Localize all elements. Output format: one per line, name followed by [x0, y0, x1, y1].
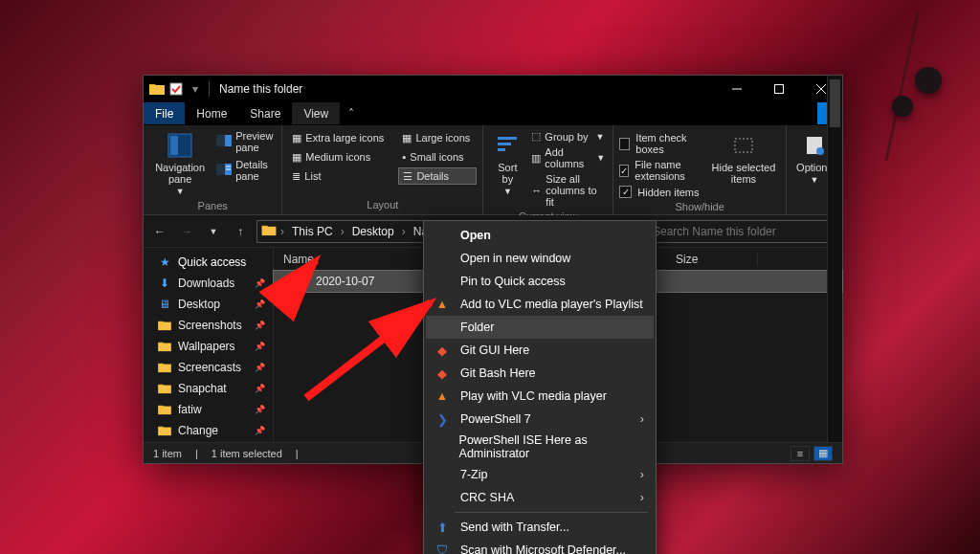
size-all-columns-button[interactable]: ↔Size all columns to fit — [529, 172, 607, 209]
chevron-right-icon[interactable]: › — [339, 225, 346, 238]
chevron-right-icon[interactable]: › — [278, 225, 286, 238]
ribbon-group-layout: ▦Extra large icons ▦Large icons ▦Medium … — [282, 125, 483, 214]
ctx-folder[interactable]: ·Folder — [426, 316, 654, 339]
add-columns-button[interactable]: ▥Add columns▼ — [529, 145, 607, 170]
ctx-open[interactable]: ·Open — [426, 224, 654, 247]
checkbox-icon: ✓ — [619, 186, 632, 198]
svg-rect-15 — [498, 148, 505, 151]
sort-by-button[interactable]: Sort by ▼ — [489, 129, 525, 209]
nav-sidebar: ★ Quick access ⬇Downloads📌 🖥Desktop📌 Scr… — [144, 248, 274, 442]
navigation-pane-button[interactable]: Navigation pane ▼ — [149, 129, 211, 198]
bg-stem — [884, 11, 919, 161]
chevron-down-icon: ▼ — [176, 187, 185, 196]
minimize-button[interactable] — [716, 76, 758, 102]
ctx-git-gui[interactable]: ◆Git GUI Here — [426, 339, 654, 362]
tab-view[interactable]: View — [292, 102, 340, 124]
ctx-vlc-playlist[interactable]: ▲Add to VLC media player's Playlist — [426, 293, 654, 316]
scrollbar-thumb[interactable] — [830, 79, 840, 127]
ctx-play-vlc[interactable]: ▲Play with VLC media player — [426, 385, 654, 408]
status-selected-count: 1 item selected — [212, 448, 282, 459]
folder-icon — [261, 224, 277, 239]
forward-button[interactable]: → — [176, 221, 197, 242]
checkbox-icon — [168, 81, 184, 97]
sidebar-item-screencasts[interactable]: Screencasts📌 — [144, 357, 273, 378]
sidebar-item-desktop[interactable]: 🖥Desktop📌 — [144, 294, 273, 315]
ctx-crc-sha[interactable]: ·CRC SHA› — [426, 486, 654, 509]
svg-point-18 — [816, 147, 824, 155]
chevron-right-icon: › — [640, 412, 644, 426]
vlc-icon: ▲ — [434, 296, 451, 313]
file-ext-toggle[interactable]: ✓File name extensions — [619, 158, 702, 183]
sidebar-item-downloads[interactable]: ⬇Downloads📌 — [144, 273, 273, 294]
layout-medium[interactable]: ▦Medium icons — [288, 148, 390, 166]
layout-icon: ▦ — [292, 132, 301, 144]
layout-large[interactable]: ▦Large icons — [398, 129, 477, 146]
svg-rect-0 — [170, 83, 182, 95]
pin-icon: 📌 — [255, 342, 265, 351]
ctx-scan-defender[interactable]: 🛡Scan with Microsoft Defender... — [426, 539, 654, 554]
collapse-ribbon-button[interactable]: ˄ — [340, 102, 363, 124]
ctx-powershell-ise[interactable]: ·PowerShell ISE Here as Administrator — [426, 431, 654, 463]
pin-icon: 📌 — [255, 426, 265, 435]
ctx-send-transfer[interactable]: ⬆Send with Transfer... — [426, 516, 654, 539]
pin-icon: 📌 — [255, 278, 265, 288]
layout-small[interactable]: ▪Small icons — [398, 148, 477, 166]
folder-icon — [293, 274, 308, 289]
view-details-button[interactable]: ≡ — [791, 446, 810, 461]
chevron-right-icon[interactable]: › — [400, 225, 408, 238]
details-pane-button[interactable]: Details pane — [214, 158, 276, 183]
svg-rect-16 — [735, 139, 752, 152]
ctx-7zip[interactable]: ·7-Zip› — [426, 463, 654, 486]
tab-share[interactable]: Share — [238, 102, 292, 124]
dropdown-icon[interactable]: ▾ — [188, 81, 203, 97]
quick-access-header[interactable]: ★ Quick access — [144, 252, 273, 273]
status-item-count: 1 item — [153, 448, 182, 459]
sidebar-item-wallpapers[interactable]: Wallpapers📌 — [144, 336, 273, 357]
search-input[interactable] — [653, 225, 830, 238]
ctx-open-new-window[interactable]: ·Open in new window — [426, 247, 654, 270]
recent-locations-button[interactable]: ▼ — [203, 221, 224, 242]
sidebar-item-change[interactable]: Change📌 — [144, 420, 273, 441]
back-button[interactable]: ← — [149, 221, 170, 242]
folder-icon — [157, 339, 172, 354]
svg-rect-13 — [498, 137, 517, 140]
breadcrumb-seg[interactable]: Desktop — [348, 225, 398, 238]
ctx-git-bash[interactable]: ◆Git Bash Here — [426, 362, 654, 385]
svg-rect-2 — [775, 85, 784, 94]
group-by-button[interactable]: ⬚Group by▼ — [529, 129, 607, 144]
chevron-down-icon: ▼ — [811, 175, 819, 185]
pin-icon: 📌 — [255, 299, 265, 309]
pin-icon: 📌 — [255, 405, 265, 414]
col-size[interactable]: Size — [666, 253, 758, 266]
maximize-button[interactable] — [758, 76, 800, 102]
preview-pane-button[interactable]: Preview pane — [214, 129, 276, 154]
tab-home[interactable]: Home — [185, 102, 238, 124]
folder-icon — [149, 81, 165, 97]
hidden-items-toggle[interactable]: ✓Hidden items — [619, 185, 702, 199]
ribbon-group-panes: Navigation pane ▼ Preview pane Details p… — [144, 125, 282, 214]
col-name[interactable]: Name — [274, 253, 427, 266]
item-checkboxes-toggle[interactable]: Item check boxes — [619, 131, 702, 156]
sidebar-item-fatiw[interactable]: fatiw📌 — [144, 399, 273, 420]
chevron-down-icon: ▼ — [596, 132, 605, 142]
window-title: Name this folder — [219, 82, 302, 96]
layout-details[interactable]: ☰Details — [398, 167, 477, 185]
ctx-pin-quick-access[interactable]: ·Pin to Quick access — [426, 270, 654, 293]
view-thumbnails-button[interactable]: ▦ — [813, 446, 833, 461]
layout-extra-large[interactable]: ▦Extra large icons — [288, 129, 390, 146]
hide-icon — [729, 131, 758, 160]
up-button[interactable]: ↑ — [230, 221, 251, 242]
search-box[interactable]: 🔍 — [626, 220, 836, 243]
layout-list[interactable]: ≣List — [288, 167, 390, 185]
tab-file[interactable]: File — [144, 102, 185, 124]
ctx-powershell7[interactable]: ❯PowerShell 7› — [426, 408, 654, 431]
layout-icon: ▦ — [402, 132, 412, 144]
vertical-scrollbar[interactable] — [827, 76, 842, 442]
fit-icon: ↔ — [531, 185, 542, 196]
sidebar-item-screenshots[interactable]: Screenshots📌 — [144, 315, 273, 336]
breadcrumb-seg[interactable]: This PC — [288, 225, 337, 238]
hide-selected-button[interactable]: Hide selected items — [707, 129, 780, 199]
options-icon — [800, 131, 829, 160]
pin-icon: 📌 — [255, 384, 265, 393]
sidebar-item-snapchat[interactable]: Snapchat📌 — [144, 378, 273, 399]
